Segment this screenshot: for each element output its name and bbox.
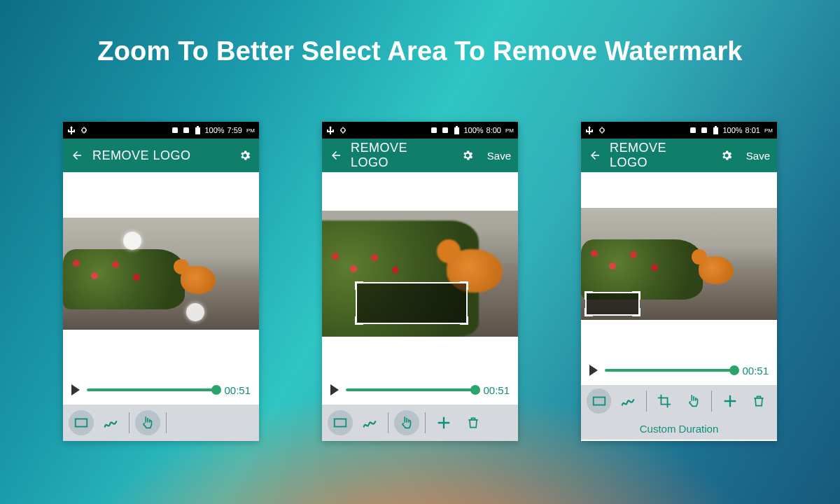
video-frame[interactable] [63, 218, 259, 330]
rect-tool-button[interactable] [328, 410, 353, 435]
svg-rect-2 [183, 127, 189, 133]
usb-icon [67, 126, 76, 134]
duration-label: 00:51 [742, 365, 769, 377]
debug-icon [339, 126, 347, 134]
debug-icon [598, 126, 606, 134]
play-button[interactable] [71, 384, 80, 396]
seek-thumb[interactable] [211, 385, 221, 395]
delete-button[interactable] [747, 388, 771, 414]
svg-rect-5 [76, 419, 88, 427]
battery-percent: 100% [204, 126, 224, 134]
touch-point[interactable] [186, 303, 204, 321]
svg-rect-4 [197, 126, 199, 127]
notif-icon [182, 126, 190, 134]
notif-icon [430, 126, 438, 134]
toolbar-separator [646, 391, 647, 412]
battery-percent: 100% [722, 126, 742, 134]
notif-icon [689, 126, 697, 134]
save-button[interactable]: Save [487, 150, 511, 162]
video-canvas[interactable] [581, 172, 777, 356]
clock-time: 8:00 [486, 126, 501, 134]
back-button[interactable] [70, 148, 84, 162]
selection-box[interactable] [356, 282, 468, 324]
toolbar-separator [388, 412, 388, 433]
notif-icon [700, 126, 708, 134]
add-button[interactable] [431, 410, 456, 435]
headline: Zoom To Better Select Area To Remove Wat… [0, 36, 840, 66]
selection-box[interactable] [585, 292, 640, 316]
player-bar: 00:51 [322, 375, 518, 405]
battery-icon [711, 126, 720, 134]
play-button[interactable] [589, 365, 598, 376]
video-canvas[interactable] [322, 172, 518, 375]
svg-rect-3 [195, 127, 200, 134]
duration-label: 00:51 [483, 384, 510, 396]
clock-time: 8:01 [746, 126, 760, 134]
video-frame[interactable] [322, 211, 518, 337]
clock-ampm: PM [764, 127, 773, 134]
debug-icon [80, 126, 88, 134]
rect-tool-button[interactable] [587, 388, 611, 414]
svg-rect-1 [172, 127, 178, 133]
back-button[interactable] [588, 148, 601, 162]
toolbar-separator [425, 412, 426, 433]
svg-rect-13 [690, 127, 696, 133]
svg-rect-10 [456, 126, 458, 127]
promo-background: Zoom To Better Select Area To Remove Wat… [0, 0, 840, 504]
phone-screenshot-1: 100% 7:59PM REMOVE LOGO [63, 122, 259, 441]
toolbar [322, 405, 518, 441]
player-bar: 00:51 [63, 375, 259, 405]
clock-ampm: PM [246, 127, 255, 134]
back-button[interactable] [329, 148, 342, 162]
seek-thumb[interactable] [470, 385, 480, 395]
settings-button[interactable] [461, 148, 475, 162]
toolbar [581, 385, 777, 417]
freehand-tool-button[interactable] [98, 410, 123, 435]
app-bar: REMOVE LOGO Save [322, 139, 518, 172]
svg-rect-15 [713, 127, 718, 134]
freehand-tool-button[interactable] [615, 388, 640, 414]
phone-screenshot-2: 100% 8:00PM REMOVE LOGO Save [322, 122, 518, 441]
crop-tool-button[interactable] [652, 388, 677, 414]
save-button[interactable]: Save [746, 150, 770, 162]
toolbar [63, 405, 259, 441]
pinch-tool-button[interactable] [135, 410, 160, 435]
pinch-tool-button[interactable] [394, 410, 419, 435]
notif-icon [171, 126, 179, 134]
freehand-tool-button[interactable] [357, 410, 382, 435]
seek-track[interactable] [87, 388, 217, 391]
appbar-title: REMOVE LOGO [610, 141, 704, 170]
svg-rect-9 [454, 127, 459, 134]
svg-rect-11 [335, 419, 346, 427]
app-bar: REMOVE LOGO [63, 139, 259, 172]
toolbar-separator [711, 391, 712, 412]
rect-tool-button[interactable] [69, 410, 94, 435]
add-button[interactable] [718, 388, 742, 414]
notif-icon [441, 126, 449, 134]
clock-ampm: PM [505, 127, 514, 134]
settings-button[interactable] [238, 148, 252, 162]
svg-rect-16 [715, 126, 717, 127]
status-bar: 100% 8:01PM [581, 122, 777, 139]
seek-thumb[interactable] [729, 365, 739, 375]
delete-button[interactable] [461, 410, 486, 435]
seek-track[interactable] [346, 388, 476, 391]
status-bar: 100% 8:00PM [322, 122, 518, 139]
play-button[interactable] [330, 384, 339, 396]
battery-percent: 100% [463, 126, 483, 134]
svg-rect-8 [442, 127, 448, 133]
video-canvas[interactable] [63, 172, 259, 375]
touch-point[interactable] [123, 232, 141, 250]
usb-icon [326, 126, 335, 134]
video-frame[interactable] [581, 208, 777, 320]
pinch-tool-button[interactable] [681, 388, 706, 414]
clock-time: 7:59 [227, 126, 242, 134]
custom-duration-button[interactable]: Custom Duration [581, 417, 777, 440]
battery-icon [193, 126, 202, 134]
phone-row: 100% 7:59PM REMOVE LOGO [0, 122, 840, 441]
svg-rect-17 [593, 398, 605, 405]
toolbar-separator [129, 412, 130, 433]
settings-button[interactable] [720, 148, 734, 162]
svg-rect-7 [431, 127, 437, 133]
seek-track[interactable] [605, 369, 735, 372]
